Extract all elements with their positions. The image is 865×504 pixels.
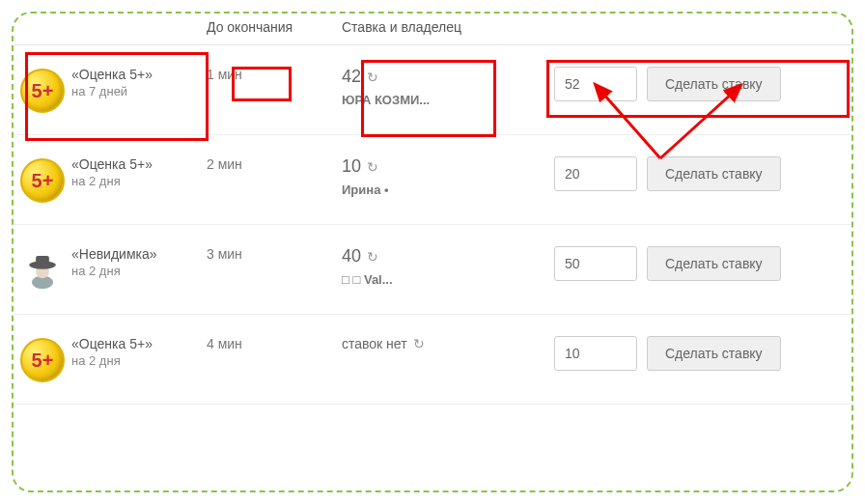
header-time: До окончания (207, 19, 342, 35)
bid-owner: Ирина • (342, 182, 506, 197)
time-remaining: 1 мин (207, 67, 242, 82)
refresh-icon[interactable]: ↻ (367, 70, 378, 85)
table-header: До окончания Ставка и владелец (14, 14, 851, 45)
auction-panel: До окончания Ставка и владелец 5+ «Оценк… (12, 12, 853, 492)
no-bids-text: ставок нет (342, 336, 407, 351)
time-remaining: 3 мин (207, 246, 242, 262)
header-bid: Ставка и владелец (342, 19, 554, 35)
item-subtitle: на 7 дней (71, 84, 207, 98)
current-bid: 40 (342, 246, 361, 266)
current-bid: 42 (342, 67, 361, 87)
item-title: «Оценка 5+» (71, 336, 207, 351)
time-remaining: 2 мин (207, 156, 242, 172)
bid-owner: □ □ Val... (342, 272, 506, 287)
item-title: «Невидимка» (71, 246, 207, 262)
item-subtitle: на 2 дня (71, 174, 207, 188)
svg-rect-3 (36, 256, 49, 266)
bid-input[interactable] (554, 67, 637, 101)
table-row: 5+ «Оценка 5+» на 2 дня 2 мин 10↻ Ирина … (14, 135, 851, 225)
place-bid-button[interactable]: Сделать ставку (647, 336, 781, 371)
refresh-icon[interactable]: ↻ (367, 159, 378, 175)
refresh-icon[interactable]: ↻ (413, 336, 425, 351)
place-bid-button[interactable]: Сделать ставку (647, 67, 781, 101)
item-subtitle: на 2 дня (71, 264, 207, 278)
invisible-icon (20, 248, 65, 293)
table-row: 5+ «Оценка 5+» на 2 дня 4 мин ставок нет… (14, 315, 851, 405)
item-title: «Оценка 5+» (71, 156, 207, 172)
place-bid-button[interactable]: Сделать ставку (647, 156, 781, 191)
bid-input[interactable] (554, 156, 637, 191)
refresh-icon[interactable]: ↻ (367, 249, 378, 265)
table-row: 5+ «Оценка 5+» на 7 дней 1 мин 42↻ ЮРА К… (14, 45, 851, 135)
item-title: «Оценка 5+» (71, 67, 207, 82)
bid-input[interactable] (554, 246, 637, 281)
place-bid-button[interactable]: Сделать ставку (647, 246, 781, 281)
item-subtitle: на 2 дня (71, 353, 207, 368)
table-row: «Невидимка» на 2 дня 3 мин 40↻ □ □ Val..… (14, 225, 851, 315)
current-bid: 10 (342, 156, 361, 177)
medal-icon: 5+ (20, 69, 65, 113)
bid-owner: ЮРА КОЗМИ... (342, 93, 506, 107)
medal-icon: 5+ (20, 158, 65, 203)
medal-icon: 5+ (20, 338, 65, 382)
time-remaining: 4 мин (207, 336, 242, 351)
bid-input[interactable] (554, 336, 637, 371)
